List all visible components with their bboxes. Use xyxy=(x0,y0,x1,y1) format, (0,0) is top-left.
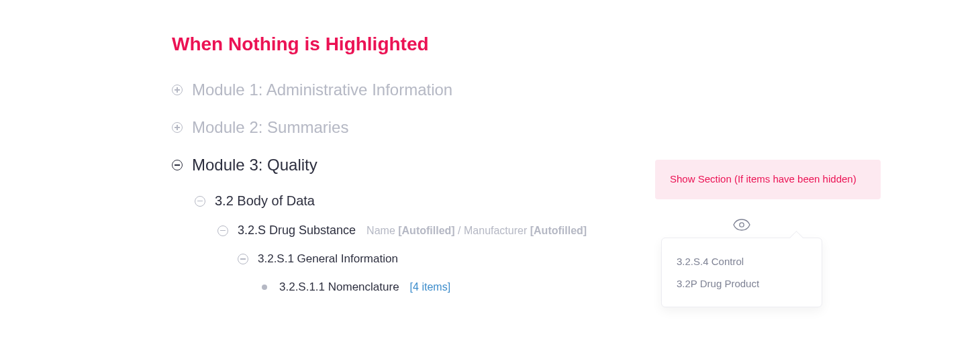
show-section-hint: Show Section (If items have been hidden) xyxy=(655,160,881,199)
minus-icon xyxy=(195,196,205,207)
node-3-2-s-row[interactable]: 3.2.S Drug Substance Name [Autofilled] /… xyxy=(217,223,980,238)
eye-icon[interactable] xyxy=(733,219,750,234)
svg-point-0 xyxy=(740,223,744,227)
node-3-2-s-label: 3.2.S Drug Substance xyxy=(238,223,356,238)
meta-sep: / xyxy=(455,225,464,236)
module-3-label: Module 3: Quality xyxy=(192,156,317,174)
minus-icon xyxy=(172,160,183,170)
node-3-2-s-1-1-row[interactable]: 3.2.S.1.1 Nomenclature [4 items] xyxy=(259,280,980,294)
popover-item-drug-product[interactable]: 3.2P Drug Product xyxy=(677,272,807,295)
meta-manu-label: Manufacturer xyxy=(464,225,530,236)
node-3-2-s-1-1-label: 3.2.S.1.1 Nomenclature xyxy=(279,280,399,294)
item-count-link[interactable]: [4 items] xyxy=(410,281,450,293)
node-3-2-label: 3.2 Body of Data xyxy=(215,193,315,209)
module-1-row[interactable]: Module 1: Administrative Information xyxy=(172,81,980,99)
module-2-row[interactable]: Module 2: Summaries xyxy=(172,118,980,137)
meta-manu-value: [Autofilled] xyxy=(530,225,587,236)
bullet-icon xyxy=(262,285,267,290)
meta-name-value: [Autofilled] xyxy=(398,225,454,236)
node-3-2-s-meta: Name [Autofilled] / Manufacturer [Autofi… xyxy=(366,225,587,237)
module-2-label: Module 2: Summaries xyxy=(192,118,348,137)
popover-item-control[interactable]: 3.2.S.4 Control xyxy=(677,250,807,272)
module-1-label: Module 1: Administrative Information xyxy=(192,81,452,99)
plus-icon xyxy=(172,85,183,95)
node-3-2-s-1-label: 3.2.S.1 General Information xyxy=(258,252,398,266)
hidden-sections-popover: 3.2.S.4 Control 3.2P Drug Product xyxy=(661,219,822,307)
page-title: When Nothing is Highlighted xyxy=(172,34,980,55)
plus-icon xyxy=(172,122,183,133)
node-3-2-s-1-row[interactable]: 3.2.S.1 General Information xyxy=(238,252,980,266)
minus-icon xyxy=(217,225,228,236)
meta-name-label: Name xyxy=(366,225,398,236)
popover-card: 3.2.S.4 Control 3.2P Drug Product xyxy=(661,238,822,307)
minus-icon xyxy=(238,254,248,264)
